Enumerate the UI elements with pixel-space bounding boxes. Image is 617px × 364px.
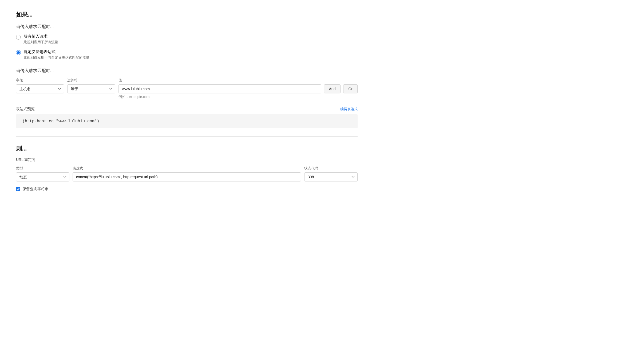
status-group: 状态代码 301 302 307 308 <box>304 166 358 181</box>
field-select[interactable]: 主机名 URI路径 查询字符串 HTTP方法 <box>16 84 64 93</box>
checkbox-row: 保留查询字符串 <box>16 187 358 192</box>
expr-group: 表达式 <box>73 166 301 181</box>
operator-select[interactable]: 等于 不等于 包含 不包含 <box>67 84 115 93</box>
value-group: 值 And Or 例如，example.com <box>118 78 358 99</box>
radio-all[interactable] <box>16 35 21 39</box>
condition-match-label2: 当传入请求匹配时... <box>16 68 358 74</box>
field-group: 字段 主机名 URI路径 查询字符串 HTTP方法 <box>16 78 64 93</box>
value-input[interactable] <box>118 84 321 93</box>
redirect-label: URL 重定向 <box>16 157 358 162</box>
preview-label: 表达式预览 <box>16 107 35 112</box>
radio-group: 所有传入请求 此规则应用于所有流量 自定义筛选表达式 此规则仅应用于与自定义表达… <box>16 34 358 60</box>
section1-title: 如果... <box>16 11 358 19</box>
radio-custom-desc: 此规则仅应用于与自定义表达式匹配的流量 <box>23 56 89 60</box>
radio-custom-label: 自定义筛选表达式 <box>23 49 89 54</box>
preserve-query-label[interactable]: 保留查询字符串 <box>22 187 49 192</box>
status-label: 状态代码 <box>304 166 358 171</box>
value-label: 值 <box>118 78 358 83</box>
and-button[interactable]: And <box>324 84 341 93</box>
section2-title: 则... <box>16 145 358 153</box>
operator-group: 运算符 等于 不等于 包含 不包含 <box>67 78 115 93</box>
preview-section: 表达式预览 编辑表达式 (http.host eq "www.lulubiu.c… <box>16 107 358 128</box>
radio-all-label: 所有传入请求 <box>23 34 58 39</box>
redirect-row: 类型 动态 静态 表达式 状态代码 301 302 307 308 <box>16 166 358 181</box>
radio-all-desc: 此规则应用于所有流量 <box>23 40 58 44</box>
type-label: 类型 <box>16 166 69 171</box>
preview-header: 表达式预览 编辑表达式 <box>16 107 358 112</box>
radio-item-custom: 自定义筛选表达式 此规则仅应用于与自定义表达式匹配的流量 <box>16 49 358 60</box>
type-group: 类型 动态 静态 <box>16 166 69 181</box>
condition-match-label1: 当传入请求匹配时... <box>16 24 358 30</box>
radio-item-all: 所有传入请求 此规则应用于所有流量 <box>16 34 358 45</box>
value-hint: 例如，example.com <box>118 94 358 99</box>
field-label: 字段 <box>16 78 64 83</box>
field-row: 字段 主机名 URI路径 查询字符串 HTTP方法 运算符 等于 不等于 包含 … <box>16 78 358 99</box>
or-button[interactable]: Or <box>343 84 358 93</box>
divider <box>16 136 358 137</box>
value-input-row: And Or <box>118 84 358 93</box>
expr-input[interactable] <box>73 172 301 181</box>
status-select[interactable]: 301 302 307 308 <box>304 172 358 181</box>
radio-custom[interactable] <box>16 50 21 55</box>
operator-label: 运算符 <box>67 78 115 83</box>
preserve-query-checkbox[interactable] <box>16 187 20 191</box>
type-select[interactable]: 动态 静态 <box>16 172 69 181</box>
preview-box: (http.host eq "www.lulubiu.com") <box>16 114 358 128</box>
then-section: 则... URL 重定向 类型 动态 静态 表达式 状态代码 301 302 3… <box>16 145 358 192</box>
edit-expression-link[interactable]: 编辑表达式 <box>340 107 358 112</box>
radio-all-text: 所有传入请求 此规则应用于所有流量 <box>23 34 58 45</box>
expr-label: 表达式 <box>73 166 301 171</box>
preview-code: (http.host eq "www.lulubiu.com") <box>22 119 99 124</box>
radio-custom-text: 自定义筛选表达式 此规则仅应用于与自定义表达式匹配的流量 <box>23 49 89 60</box>
condition-section: 当传入请求匹配时... 字段 主机名 URI路径 查询字符串 HTTP方法 运算… <box>16 68 358 99</box>
